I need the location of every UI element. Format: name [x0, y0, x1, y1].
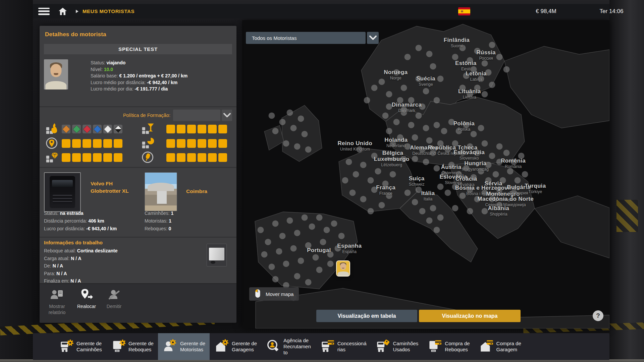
city-dot: [485, 177, 491, 184]
pillar-hazard-stripe: [616, 200, 638, 232]
show-report-button[interactable]: Mostrar relatório: [42, 287, 72, 315]
stat-line: Salário base: € 1.200 / entrega + € 27,0…: [91, 73, 187, 79]
city-dot: [382, 180, 389, 187]
city-dot: [338, 233, 344, 239]
nav-item-label: Gerente de Motoristas: [180, 341, 205, 353]
city-dot: [470, 66, 477, 73]
city-dot: [400, 106, 407, 113]
nav-item-used-trucks[interactable]: Caminhões Usados: [371, 333, 423, 360]
city-dot: [445, 190, 451, 196]
city-dot: [511, 190, 517, 196]
city-dot: [389, 140, 396, 147]
city-dot: [478, 75, 484, 82]
skill-pip: [198, 125, 206, 133]
city-dot: [382, 113, 389, 119]
city-dot: [515, 177, 521, 184]
city-dot: [423, 88, 429, 94]
city-dot: [426, 51, 433, 57]
city-dot: [489, 82, 495, 88]
city-dot: [507, 168, 514, 174]
chevron-down-icon[interactable]: [222, 110, 232, 121]
city-dot: [276, 248, 282, 255]
training-policy-select[interactable]: [173, 110, 220, 121]
city-dot: [257, 227, 264, 233]
city-dot: [456, 128, 462, 134]
trailer-card-icon: [427, 339, 442, 355]
skill-pip: [166, 153, 175, 162]
city-dot: [353, 171, 359, 178]
city-dot: [386, 103, 392, 110]
menu-icon[interactable]: [38, 8, 50, 15]
driver-filter-select[interactable]: Todos os Motoristas: [246, 32, 366, 44]
city-dot: [400, 156, 407, 162]
city-dot: [261, 251, 267, 258]
help-button[interactable]: ?: [593, 310, 603, 321]
table-view-button[interactable]: Visualização em tabela: [316, 310, 417, 322]
stat-line: Status: viajando: [91, 60, 187, 66]
skill-pip: [72, 153, 81, 162]
city-dot: [375, 168, 381, 174]
city-dot: [302, 214, 308, 221]
skill-pip: [208, 125, 217, 133]
nav-item-dealers[interactable]: Concessioná rias: [315, 333, 371, 360]
city-dot: [294, 143, 301, 150]
city-dot: [481, 140, 488, 147]
urgent-icon: [140, 136, 157, 150]
relocate-icon: [72, 287, 101, 303]
report-icon: [42, 287, 72, 303]
city-dot: [423, 159, 429, 165]
panel-action-bar: Mostrar relatórioRealocarDemitir: [40, 283, 236, 323]
nav-item-garage-purchase[interactable]: Compra de Garagem: [474, 333, 526, 360]
fire-button[interactable]: Demitir: [99, 287, 129, 309]
job-info-title: Informações do trabalho: [44, 240, 103, 245]
city-dot: [313, 254, 319, 261]
city-dot: [496, 202, 502, 208]
city-dot: [500, 177, 506, 184]
truck-name: Volvo FHGlobetrotter XL: [91, 180, 129, 195]
adr-class-badge: [72, 125, 81, 133]
nav-item-trailer-purchase[interactable]: Compra de Reboques: [423, 333, 474, 360]
city-dot: [467, 143, 473, 150]
nav-item-truck-manager[interactable]: Gerente de Caminhões: [54, 333, 106, 360]
nav-item-trailer-manager[interactable]: Gerente de Reboques: [106, 333, 158, 360]
city-dot: [430, 205, 436, 212]
nav-item-garage-manager[interactable]: Gerente de Garagens: [210, 333, 261, 360]
city-dot: [283, 140, 289, 147]
city-dot: [430, 149, 436, 156]
driver-map-marker[interactable]: [336, 260, 350, 277]
nav-item-label: Compra de Reboques: [445, 341, 470, 353]
city-dot: [279, 233, 286, 239]
relocate-button[interactable]: Realocar: [72, 287, 101, 309]
city-dot: [419, 208, 425, 215]
garage-thumbnail[interactable]: [145, 172, 177, 211]
nav-item-label: Gerente de Reboques: [128, 341, 154, 353]
map-view-button[interactable]: Visualização no mapa: [419, 310, 521, 322]
city-dot: [290, 245, 297, 251]
nav-item-label: Compra de Garagem: [496, 341, 521, 353]
city-dot: [360, 162, 367, 168]
top-bar: MEUS MOTORISTAS € 98,4M Ter 14:06: [33, 4, 609, 18]
city-dot: [489, 196, 495, 202]
city-dot: [305, 146, 312, 153]
spain-flag-icon[interactable]: [458, 7, 470, 15]
europe-landmass: [242, 20, 609, 328]
chevron-down-icon[interactable]: [367, 32, 379, 44]
stat-line: Carga atual: N / A: [44, 255, 117, 262]
truck-thumbnail[interactable]: [44, 172, 81, 212]
skill-row-adr: [44, 123, 122, 135]
city-dot: [298, 257, 304, 264]
city-dot: [404, 143, 411, 150]
city-dot: [408, 97, 414, 104]
training-policy-label: Política de Formação:: [90, 113, 170, 118]
nav-item-recruitment-agency[interactable]: Agência de Recrutamen to: [261, 333, 315, 360]
city-dot: [470, 174, 477, 181]
home-icon[interactable]: [57, 6, 68, 16]
map-viewport[interactable]: FinlândiaSuomiRússiaРоссияNoruegaNorgeSu…: [242, 20, 609, 328]
job-info: Reboque atual: Cortina deslizanteCarga a…: [44, 247, 117, 285]
city-dot: [460, 149, 466, 156]
nav-item-driver-manager[interactable]: Gerente de Motoristas: [158, 333, 210, 360]
skill-pip: [166, 125, 175, 133]
skill-pip: [198, 153, 206, 162]
city-dot: [474, 85, 480, 91]
city-dot: [474, 149, 480, 156]
